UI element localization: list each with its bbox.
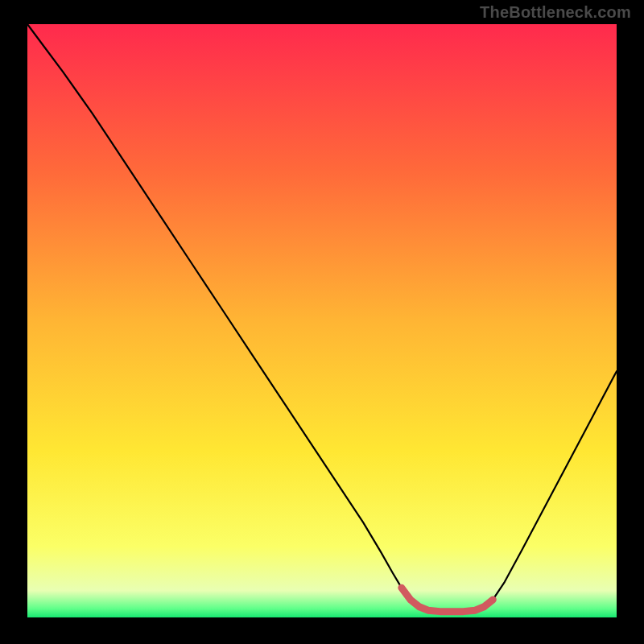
watermark-label: TheBottleneck.com bbox=[480, 3, 631, 22]
plot-background bbox=[27, 24, 617, 617]
chart-canvas bbox=[0, 0, 644, 644]
chart-frame: TheBottleneck.com bbox=[0, 0, 644, 644]
